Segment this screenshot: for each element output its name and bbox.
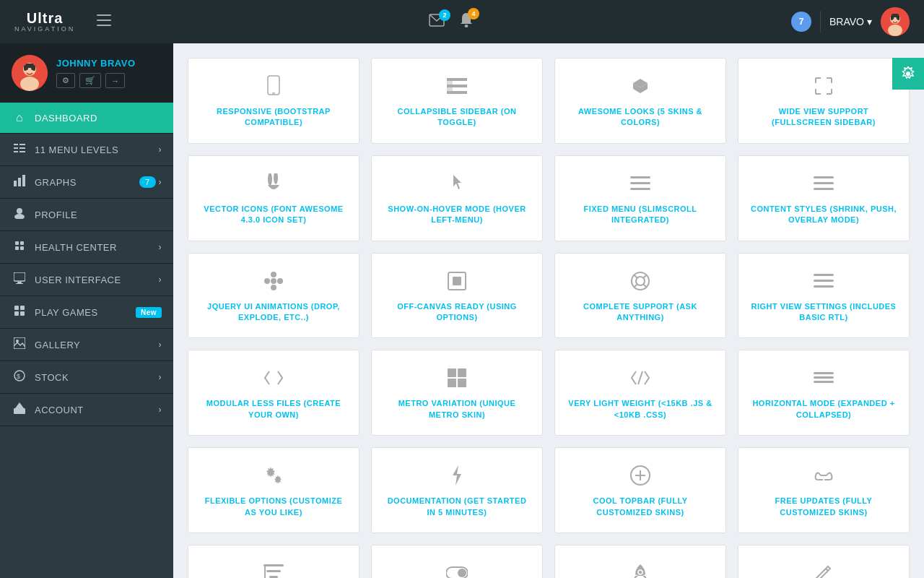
feature-card-horizontal-mode[interactable]: HORIZONTAL MODE (EXPANDED + COLLAPSED) [738, 350, 910, 436]
wide-view-icon [814, 73, 833, 99]
svg-rect-47 [14, 408, 25, 414]
svg-rect-90 [458, 368, 466, 377]
feature-card-right-view[interactable]: RIGHT VIEW SETTINGS (INCLUDES BASIC RTL) [738, 253, 910, 339]
svg-rect-79 [453, 277, 461, 285]
dashboard-icon: ⌂ [12, 111, 27, 124]
svg-line-85 [644, 284, 647, 287]
svg-rect-92 [458, 379, 466, 387]
svg-point-7 [888, 25, 902, 36]
feature-card-free-updates[interactable]: FREE UPDATES (FULLY CUSTOMIZED SKINS) [738, 447, 910, 533]
profile-logout-btn[interactable]: → [105, 73, 125, 88]
arrow-icon: › [159, 340, 162, 350]
user-name-button[interactable]: BRAVO ▾ [829, 16, 872, 27]
svg-point-65 [268, 173, 272, 186]
feature-card-wide-view[interactable]: WIDE VIEW SUPPORT (FULLSCREEN SIDEBAR) [738, 58, 910, 144]
wide-view-label: WIDE VIEW SUPPORT (FULLSCREEN SIDEBAR) [749, 106, 898, 129]
feature-card-jquery-ajax[interactable]: JQUERY AJAX SUPPORT (+ AUTO HASHCHANGE) [554, 545, 726, 578]
svg-point-30 [17, 208, 22, 214]
sidebar-item-stock[interactable]: $ STOCK › [0, 361, 173, 394]
svg-rect-68 [630, 182, 650, 184]
profile-settings-btn[interactable]: ⚙ [56, 73, 75, 88]
sidebar-item-profile[interactable]: PROFILE [0, 199, 173, 231]
feature-card-modular-less[interactable]: MODULAR LESS FILES (CREATE YOUR OWN) [188, 350, 359, 436]
feature-card-documentation[interactable]: DOCUMENTATION (GET STARTED IN 5 MINUTES) [371, 447, 543, 533]
topbar-divider [820, 11, 821, 33]
sidebar-item-dashboard[interactable]: ⌂ DASHBOARD [0, 103, 173, 134]
sidebar-item-user-interface[interactable]: USER INTERFACE › [0, 264, 173, 296]
svg-point-15 [20, 77, 39, 91]
account-icon [12, 402, 27, 417]
show-on-hover-icon [448, 171, 466, 197]
svg-rect-35 [20, 246, 24, 250]
svg-point-80 [632, 272, 649, 290]
svg-rect-43 [14, 337, 25, 349]
svg-rect-38 [16, 283, 23, 284]
svg-point-76 [264, 278, 270, 284]
hamburger-button[interactable] [97, 13, 111, 30]
feature-card-off-canvas[interactable]: OFF-CANVAS READY (USING OPTIONS) [371, 253, 543, 339]
feature-card-flexible-options[interactable]: FLEXIBLE OPTIONS (CUSTOMIZE AS YOU LIKE) [188, 447, 359, 533]
svg-rect-95 [814, 376, 834, 379]
documentation-icon [450, 462, 464, 488]
feature-card-responsive[interactable]: RESPONSIVE (BOOTSTRAP COMPATIBLE) [188, 58, 359, 144]
svg-rect-89 [448, 368, 456, 377]
feature-card-cool-topbar[interactable]: COOL TOPBAR (FULLY CUSTOMIZED SKINS) [554, 447, 726, 533]
feature-card-boxed-layout[interactable]: BOXED LAYOUT (USE YOUR BACKGROUND) [371, 545, 543, 578]
modular-less-icon [263, 365, 284, 391]
feature-card-metro[interactable]: METRO VARIATION (UNIQUE METRO SKIN) [371, 350, 543, 436]
arrow-icon: › [159, 177, 162, 187]
sidebar-item-health-center[interactable]: HEALTH CENTER › [0, 231, 173, 264]
avatar-top[interactable] [881, 7, 910, 36]
complete-support-icon [630, 268, 650, 294]
free-updates-icon [814, 462, 834, 488]
layout: JOHNNY BRAVO ⚙ 🛒 → ⌂ DASHBOARD 11 MENU L [0, 43, 924, 578]
svg-rect-28 [18, 178, 21, 186]
right-view-label: RIGHT VIEW SETTINGS (INCLUDES BASIC RTL) [749, 301, 898, 324]
feature-card-show-on-hover[interactable]: SHOW-ON-HOVER MODE (HOVER LEFT-MENU) [371, 155, 543, 241]
sidebar-item-gallery[interactable]: GALLERY › [0, 329, 173, 361]
cool-topbar-icon [630, 462, 650, 488]
svg-rect-33 [20, 241, 24, 245]
profile-info: JOHNNY BRAVO ⚙ 🛒 → [56, 58, 162, 88]
feature-card-fixed-menu[interactable]: FIXED MENU (SLIMSCROLL INTEGRATED) [554, 155, 726, 241]
svg-rect-29 [22, 175, 25, 186]
feature-card-unlimited-sublevels[interactable]: UNLIMITED SUB-LEVELS (NO LIMIT HERE) [188, 545, 359, 578]
sidebar-item-graphs[interactable]: GRAPHS 7 › [0, 166, 173, 199]
unlimited-sublevels-icon [263, 560, 284, 578]
feature-card-awesome-looks[interactable]: AWESOME LOOKS (5 SKINS & COLORS) [554, 58, 726, 144]
svg-rect-27 [14, 181, 17, 186]
topbar-left: Ultra NAVIGATION [14, 10, 111, 33]
health-center-icon [12, 240, 27, 254]
feature-card-jquery-ui[interactable]: JQUERY UI ANIMATIONS (DROP, EXPLODE, ETC… [188, 253, 359, 339]
awesome-looks-icon [630, 73, 650, 99]
feature-card-organized-structure[interactable]: FULLY ORGANIZED STRUCTURE (EASY TO EDIT) [738, 545, 910, 578]
feature-card-complete-support[interactable]: COMPLETE SUPPORT (ASK ANYTHING) [554, 253, 726, 339]
sidebar-item-label: GALLERY [35, 340, 80, 350]
mail-button[interactable]: 2 [429, 14, 445, 30]
bell-button[interactable]: 4 [459, 12, 474, 32]
sidebar-item-menu-levels[interactable]: 11 MENU LEVELS › [0, 134, 173, 166]
feature-card-vector-icons[interactable]: VECTOR ICONS (Font Awesome 4.3.0 ICON SE… [188, 155, 359, 241]
profile-cart-btn[interactable]: 🛒 [79, 73, 101, 88]
content-styles-label: CONTENT STYLES (SHRINK, PUSH, OVERLAY MO… [749, 204, 898, 226]
svg-point-115 [906, 72, 910, 76]
modular-less-label: MODULAR LESS FILES (CREATE YOUR OWN) [199, 398, 348, 420]
sidebar-item-account[interactable]: ACCOUNT › [0, 394, 173, 426]
svg-rect-2 [97, 25, 111, 26]
sidebar-menu: ⌂ DASHBOARD 11 MENU LEVELS › GRAPHS 7 › [0, 103, 173, 578]
arrow-icon: › [159, 372, 162, 382]
jquery-ui-label: JQUERY UI ANIMATIONS (DROP, EXPLODE, ETC… [199, 301, 348, 324]
feature-card-collapsible-sidebar[interactable]: COLLAPSIBLE SIDEBAR (ON TOGGLE) [371, 58, 543, 144]
show-on-hover-label: SHOW-ON-HOVER MODE (HOVER LEFT-MENU) [383, 204, 531, 226]
responsive-icon [264, 73, 283, 99]
sidebar-item-play-games[interactable]: PLAY GAMES New [0, 296, 173, 329]
settings-fab-button[interactable] [892, 58, 924, 90]
feature-card-light-weight[interactable]: VERY LIGHT WEIGHT (<15KB .JS & <10KB .CS… [554, 350, 726, 436]
sidebar: JOHNNY BRAVO ⚙ 🛒 → ⌂ DASHBOARD 11 MENU L [0, 43, 173, 578]
brand-logo[interactable]: Ultra NAVIGATION [14, 10, 75, 33]
menu-levels-icon [12, 142, 27, 157]
topbar-center: 2 4 [429, 12, 474, 32]
feature-card-content-styles[interactable]: CONTENT STYLES (SHRINK, PUSH, OVERLAY MO… [738, 155, 910, 241]
svg-rect-53 [447, 78, 453, 94]
svg-rect-87 [814, 280, 834, 282]
